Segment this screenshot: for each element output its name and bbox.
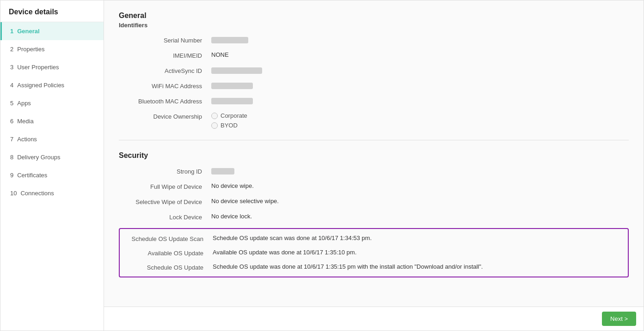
- os-update-highlight-box: Schedule OS Update Scan Schedule OS upda…: [119, 228, 629, 277]
- sidebar-item-certificates[interactable]: 9 Certificates: [0, 166, 104, 184]
- lock-device-label: Lock Device: [119, 213, 211, 221]
- serial-number-redacted: [211, 37, 248, 43]
- sidebar-item-actions[interactable]: 7 Actions: [0, 130, 104, 148]
- ownership-corporate-option[interactable]: Corporate: [211, 112, 629, 119]
- ownership-row: Device Ownership Corporate BYOD: [119, 112, 629, 129]
- serial-number-row: Serial Number: [119, 36, 629, 44]
- footer: Next >: [104, 307, 644, 331]
- strong-id-row: Strong ID: [119, 167, 629, 175]
- selective-wipe-row: Selective Wipe of Device No device selec…: [119, 198, 629, 205]
- lock-device-value: No device lock.: [211, 213, 629, 220]
- sidebar-item-num: 10: [10, 190, 17, 197]
- radio-byod-icon: [211, 122, 218, 129]
- ownership-label: Device Ownership: [119, 112, 211, 120]
- sidebar-item-label: Connections: [20, 190, 54, 197]
- sidebar-item-properties[interactable]: 2 Properties: [0, 40, 104, 58]
- sidebar-item-media[interactable]: 6 Media: [0, 112, 104, 130]
- bluetooth-redacted: [211, 98, 253, 104]
- sidebar-item-label: User Properties: [17, 64, 59, 71]
- section-divider: [119, 140, 629, 140]
- sidebar-item-user-properties[interactable]: 3 User Properties: [0, 58, 104, 76]
- available-os-value: Available OS update was done at 10/6/17 …: [213, 249, 620, 256]
- wifi-row: WiFi MAC Address: [119, 82, 629, 90]
- imei-row: IMEI/MEID NONE: [119, 51, 629, 59]
- bluetooth-label: Bluetooth MAC Address: [119, 97, 211, 105]
- sidebar-item-label: Properties: [17, 46, 44, 53]
- sidebar-item-num: 9: [10, 172, 13, 179]
- ownership-value: Corporate BYOD: [211, 112, 629, 129]
- imei-label: IMEI/MEID: [119, 51, 211, 59]
- identifiers-subtitle: Identifiers: [119, 22, 629, 29]
- schedule-os-update-value: Schedule OS update was done at 10/6/17 1…: [213, 263, 620, 270]
- schedule-os-update-label: Schedule OS Update: [127, 263, 213, 271]
- selective-wipe-label: Selective Wipe of Device: [119, 198, 211, 205]
- ownership-byod-option[interactable]: BYOD: [211, 122, 629, 129]
- ownership-radio-group: Corporate BYOD: [211, 112, 629, 129]
- lock-device-row: Lock Device No device lock.: [119, 213, 629, 221]
- sidebar-item-num: 8: [10, 154, 13, 161]
- sidebar-item-label: Assigned Policies: [17, 82, 64, 89]
- sidebar-item-num: 3: [10, 64, 13, 71]
- activesync-label: ActiveSync ID: [119, 66, 211, 74]
- wifi-label: WiFi MAC Address: [119, 82, 211, 90]
- schedule-os-scan-row: Schedule OS Update Scan Schedule OS upda…: [127, 235, 620, 242]
- sidebar-item-label: Media: [17, 118, 33, 125]
- sidebar-item-label: Delivery Groups: [17, 154, 60, 161]
- serial-number-value: [211, 36, 629, 43]
- sidebar-item-num: 4: [10, 82, 13, 89]
- full-wipe-value: No device wipe.: [211, 182, 629, 189]
- sidebar: Device details 1 General 2 Properties 3 …: [0, 0, 104, 331]
- schedule-os-scan-label: Schedule OS Update Scan: [127, 235, 213, 242]
- bluetooth-value: [211, 97, 629, 104]
- main-content: General Identifiers Serial Number IMEI/M…: [104, 0, 644, 307]
- security-title: Security: [119, 151, 629, 160]
- full-wipe-label: Full Wipe of Device: [119, 182, 211, 190]
- activesync-value: [211, 66, 629, 74]
- wifi-value: [211, 82, 629, 89]
- next-button[interactable]: Next >: [602, 312, 636, 326]
- sidebar-item-num: 7: [10, 136, 13, 143]
- ownership-corporate-label: Corporate: [221, 112, 247, 119]
- strong-id-redacted: [211, 168, 234, 175]
- full-wipe-row: Full Wipe of Device No device wipe.: [119, 182, 629, 190]
- strong-id-value: [211, 167, 629, 175]
- schedule-os-scan-value: Schedule OS update scan was done at 10/6…: [213, 235, 620, 241]
- serial-number-label: Serial Number: [119, 36, 211, 44]
- sidebar-item-label: Certificates: [17, 172, 47, 179]
- sidebar-item-label: Actions: [17, 136, 37, 143]
- sidebar-item-num: 6: [10, 118, 13, 125]
- radio-corporate-icon: [211, 113, 218, 119]
- sidebar-item-general[interactable]: 1 General: [0, 22, 104, 40]
- activesync-row: ActiveSync ID: [119, 66, 629, 74]
- selective-wipe-value: No device selective wipe.: [211, 198, 629, 205]
- sidebar-item-num: 1: [10, 28, 13, 35]
- imei-value: NONE: [211, 51, 629, 58]
- strong-id-label: Strong ID: [119, 167, 211, 175]
- sidebar-item-label: Apps: [17, 100, 31, 107]
- wifi-redacted: [211, 83, 253, 89]
- sidebar-item-label: General: [17, 28, 39, 35]
- sidebar-item-num: 5: [10, 100, 13, 107]
- sidebar-item-apps[interactable]: 5 Apps: [0, 94, 104, 112]
- sidebar-item-delivery-groups[interactable]: 8 Delivery Groups: [0, 148, 104, 166]
- ownership-byod-label: BYOD: [221, 122, 238, 129]
- sidebar-item-assigned-policies[interactable]: 4 Assigned Policies: [0, 76, 104, 94]
- general-title: General: [119, 12, 629, 20]
- available-os-row: Available OS Update Available OS update …: [127, 249, 620, 257]
- sidebar-title: Device details: [0, 0, 104, 22]
- activesync-redacted: [211, 67, 262, 74]
- sidebar-item-connections[interactable]: 10 Connections: [0, 184, 104, 202]
- bluetooth-row: Bluetooth MAC Address: [119, 97, 629, 105]
- available-os-label: Available OS Update: [127, 249, 213, 257]
- schedule-os-update-row: Schedule OS Update Schedule OS update wa…: [127, 263, 620, 271]
- sidebar-item-num: 2: [10, 46, 13, 53]
